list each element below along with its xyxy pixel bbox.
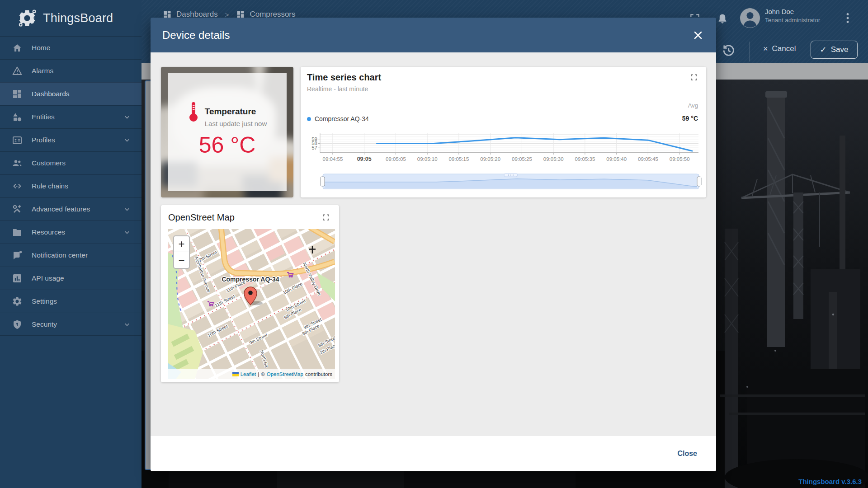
sidebar-item-label: Profiles [32,136,113,144]
folder-icon [12,227,23,238]
chevron-down-icon [123,228,132,237]
sidebar-item-label: Rule chains [32,182,142,190]
chevron-down-icon [123,136,132,145]
sidebar-item-security[interactable]: Security [0,313,142,336]
x-tick-label: 09:05:15 [449,156,469,162]
sidebar-item-alarms[interactable]: Alarms [0,59,142,82]
temperature-widget: Temperature Last update just now 56 °C [161,67,293,197]
logo[interactable]: ThingsBoard [0,0,142,36]
kebab-menu-icon[interactable] [842,11,854,25]
navigator-right-handle[interactable] [697,177,701,186]
breadcrumb-separator: > [225,11,229,19]
modal-title: Device details [162,29,692,42]
marker-dot [248,291,253,295]
sidebar-item-label: Customers [32,159,142,167]
temperature-value: 56 °C [168,132,287,158]
navigator-left-handle[interactable] [321,177,325,186]
temperature-title: Temperature [205,101,267,117]
sidebar-item-api-usage[interactable]: API usage [0,267,142,290]
temperature-last-update: Last update just now [205,120,267,127]
attribution-divider: | [258,371,259,377]
sidebar-item-home[interactable]: Home [0,36,142,59]
x-tick-label: 09:05:10 [417,156,438,162]
gear-icon [12,296,23,307]
sidebar-item-label: Advanced features [32,205,113,213]
time-series-chart: 09:04:5509:0509:05:0509:05:1009:05:1509:… [301,67,706,197]
user-role: Tenant administrator [765,16,820,24]
zoom-out-button[interactable]: − [174,252,189,268]
zoom-in-button[interactable]: + [174,236,189,252]
x-tick-label: 09:05:50 [670,156,690,162]
map-canvas[interactable]: Manhattan Avenue 12th Street 11th Place … [168,229,335,379]
cancel-label: Cancel [772,44,796,53]
map-title: OpenStreet Map [168,212,235,223]
chevron-down-icon [123,320,132,329]
home-icon [12,42,23,53]
logo-text: ThingsBoard [43,11,113,25]
sidebar-item-label: Home [32,44,142,52]
alarm-warning-icon [12,66,23,76]
x-tick-label: 09:05:05 [386,156,406,162]
sidebar-item-label: Resources [32,228,113,236]
modal-close-button[interactable]: Close [672,446,703,461]
x-tick-label: 09:05:30 [543,156,564,162]
sidebar-item-profiles[interactable]: Profiles [0,128,142,151]
sidebar-item-advanced-features[interactable]: Advanced features [0,197,142,221]
save-label: Save [831,45,849,54]
thermometer-icon [188,101,199,122]
sidebar-item-rule-chains[interactable]: Rule chains [0,174,142,197]
entities-icon [12,112,23,122]
map-attribution: Leaflet | © OpenStreetMap contributors [168,369,335,379]
marker-label: Compressor AQ-34 [222,276,279,283]
notifications-bell-icon[interactable] [716,12,729,26]
shield-icon [12,319,23,330]
sidebar-item-notification-center[interactable]: Notification center [0,244,142,267]
copyright-symbol: © [261,371,264,377]
dashboards-icon [12,89,23,99]
contributors-label: contributors [305,371,332,377]
sidebar-item-dashboards[interactable]: Dashboards [0,82,142,105]
expand-fullscreen-icon[interactable] [322,213,331,222]
x-tick-label: 09:05:40 [606,156,627,162]
cancel-button[interactable]: × Cancel [763,44,796,53]
time-series-chart-widget: Time series chart Realtime - last minute… [301,67,706,197]
notification-message-icon [12,250,23,261]
x-tick-label: 09:05:45 [638,156,658,162]
y-tick-label: 59 [311,136,317,142]
openstreet-map-widget: OpenStreet Map [161,205,339,382]
openstreetmap-link[interactable]: OpenStreetMap [267,371,303,377]
api-usage-chart-icon [12,273,23,284]
save-button[interactable]: ✓ Save [811,41,858,59]
user-name: John Doe [765,7,820,16]
x-tick-label: 09:05:35 [575,156,595,162]
sidebar-item-customers[interactable]: Customers [0,151,142,174]
sidebar-item-label: Entities [32,113,113,121]
sidebar-item-label: API usage [32,274,142,282]
sidebar-item-label: Notification center [32,251,142,259]
leaflet-link[interactable]: Leaflet [241,371,256,377]
map-zoom-control: + − [173,235,190,269]
sidebar-item-settings[interactable]: Settings [0,290,142,313]
chevron-down-icon [123,205,132,214]
version-link[interactable]: Thingsboard v.3.6.3 [798,478,862,485]
x-tick-label: 09:05:20 [480,156,500,162]
profiles-badge-icon [12,135,23,145]
user-avatar[interactable] [740,8,760,28]
chevron-down-icon [123,113,132,122]
sidebar-item-label: Alarms [32,67,142,75]
x-tick-label: 09:05 [357,156,372,162]
thingsboard-logo-icon [17,8,37,28]
thingsboard-app: Dashboards > Compressors John Doe Tenant… [0,0,868,488]
close-icon[interactable] [692,29,704,42]
modal-footer: Close [151,436,716,471]
user-info[interactable]: John Doe Tenant administrator [765,7,820,24]
tools-icon [12,204,23,215]
x-tick-label: 09:04:55 [323,156,343,162]
sidebar: ThingsBoard Home Alarms Dashboards Entit… [0,0,142,488]
modal-header: Device details [151,18,716,52]
sidebar-item-entities[interactable]: Entities [0,105,142,128]
sidebar-item-resources[interactable]: Resources [0,221,142,244]
history-undo-icon[interactable] [721,42,736,58]
x-tick-label: 09:05:25 [512,156,532,162]
modal-body: Temperature Last update just now 56 °C T… [151,52,716,436]
